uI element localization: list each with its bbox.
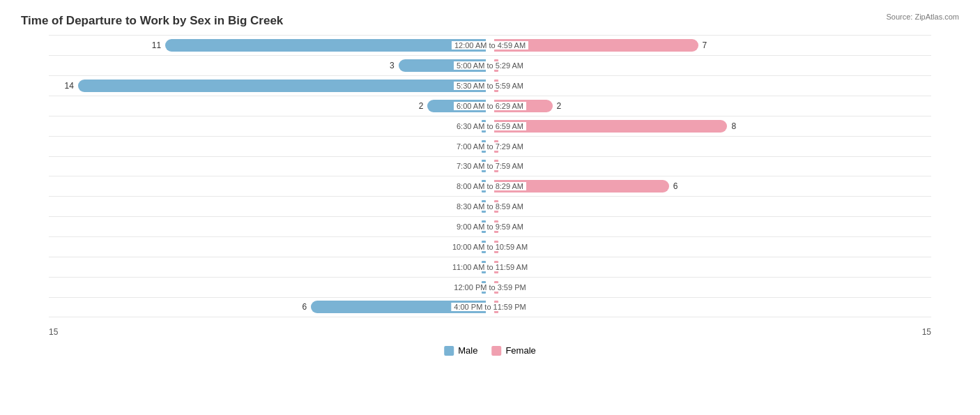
male-legend-label: Male bbox=[458, 345, 477, 356]
left-section: 0 bbox=[49, 261, 490, 273]
table-row: 1112:00 AM to 4:59 AM7 bbox=[49, 35, 931, 55]
table-row: 011:00 AM to 11:59 AM0 bbox=[49, 257, 931, 277]
right-section: 7 bbox=[490, 39, 931, 52]
female-value: 7 bbox=[703, 40, 707, 50]
female-bar bbox=[494, 281, 498, 294]
chart-legend: Male Female bbox=[444, 345, 536, 356]
right-section: 0 bbox=[490, 140, 931, 153]
female-bar bbox=[494, 39, 698, 52]
right-section: 0 bbox=[490, 59, 931, 72]
male-value: 3 bbox=[390, 61, 395, 70]
table-row: 08:30 AM to 8:59 AM0 bbox=[49, 196, 931, 216]
legend-female: Female bbox=[491, 345, 535, 356]
chart-title: Time of Departure to Work by Sex in Big … bbox=[21, 14, 959, 28]
left-section: 0 bbox=[49, 180, 490, 193]
right-section: 8 bbox=[490, 120, 931, 133]
table-row: 07:30 AM to 7:59 AM0 bbox=[49, 156, 931, 176]
male-bar bbox=[482, 180, 486, 193]
rows-wrapper: 1112:00 AM to 4:59 AM735:00 AM to 5:29 A… bbox=[49, 35, 931, 317]
female-bar bbox=[494, 220, 498, 233]
left-section: 0 bbox=[49, 140, 490, 153]
male-value: 14 bbox=[64, 81, 73, 91]
left-section: 0 bbox=[49, 200, 490, 213]
table-row: 012:00 PM to 3:59 PM0 bbox=[49, 277, 931, 297]
male-value: 11 bbox=[152, 40, 161, 50]
chart-container: Time of Departure to Work by Sex in Big … bbox=[0, 0, 980, 415]
left-section: 0 bbox=[49, 160, 490, 172]
female-bar bbox=[494, 160, 498, 172]
female-legend-label: Female bbox=[505, 345, 535, 356]
female-value: 6 bbox=[673, 181, 678, 191]
male-bar bbox=[78, 80, 486, 92]
right-section: 0 bbox=[490, 281, 931, 294]
axis-right-label: 15 bbox=[922, 327, 931, 337]
left-section: 0 bbox=[49, 281, 490, 294]
axis-left-label: 15 bbox=[49, 327, 58, 337]
male-value: 0 bbox=[473, 282, 477, 292]
male-bar bbox=[311, 301, 486, 313]
male-value: 0 bbox=[473, 262, 477, 272]
left-section: 11 bbox=[49, 39, 490, 52]
female-value: 0 bbox=[503, 282, 507, 292]
female-value: 0 bbox=[503, 202, 507, 211]
female-bar bbox=[494, 180, 669, 193]
left-section: 6 bbox=[49, 301, 490, 313]
female-value: 0 bbox=[503, 262, 507, 272]
male-value: 0 bbox=[473, 222, 477, 232]
female-bar bbox=[494, 80, 498, 92]
table-row: 010:00 AM to 10:59 AM0 bbox=[49, 236, 931, 257]
table-row: 64:00 PM to 11:59 PM0 bbox=[49, 297, 931, 317]
male-bar bbox=[165, 39, 486, 52]
male-value: 0 bbox=[473, 142, 477, 151]
female-value: 0 bbox=[503, 142, 507, 151]
male-bar bbox=[482, 220, 486, 233]
female-bar bbox=[494, 120, 727, 133]
female-value: 0 bbox=[503, 81, 507, 91]
female-value: 2 bbox=[557, 101, 562, 111]
right-section: 0 bbox=[490, 301, 931, 313]
female-bar bbox=[494, 100, 553, 112]
table-row: 06:30 AM to 6:59 AM8 bbox=[49, 116, 931, 136]
male-value: 2 bbox=[419, 101, 424, 111]
right-section: 0 bbox=[490, 200, 931, 213]
male-bar bbox=[482, 160, 486, 172]
left-section: 14 bbox=[49, 80, 490, 92]
female-bar bbox=[494, 261, 498, 273]
male-bar bbox=[482, 261, 486, 273]
male-bar bbox=[482, 120, 486, 133]
left-section: 2 bbox=[49, 100, 490, 112]
right-section: 0 bbox=[490, 80, 931, 92]
male-value: 0 bbox=[473, 202, 477, 211]
female-bar bbox=[494, 59, 498, 72]
right-section: 0 bbox=[490, 241, 931, 253]
female-value: 0 bbox=[503, 242, 507, 252]
left-section: 0 bbox=[49, 241, 490, 253]
male-value: 0 bbox=[473, 121, 477, 131]
female-swatch bbox=[491, 346, 501, 356]
female-bar bbox=[494, 301, 498, 313]
male-value: 6 bbox=[303, 302, 307, 312]
female-bar bbox=[494, 200, 498, 213]
left-section: 3 bbox=[49, 59, 490, 72]
male-bar bbox=[482, 140, 486, 153]
source-label: Source: ZipAtlas.com bbox=[886, 13, 959, 21]
female-bar bbox=[494, 140, 498, 153]
right-section: 0 bbox=[490, 160, 931, 172]
male-value: 0 bbox=[473, 242, 477, 252]
male-value: 0 bbox=[473, 161, 477, 171]
table-row: 08:00 AM to 8:29 AM6 bbox=[49, 176, 931, 196]
female-value: 8 bbox=[731, 121, 736, 131]
chart-area: 1112:00 AM to 4:59 AM735:00 AM to 5:29 A… bbox=[21, 35, 959, 359]
left-section: 0 bbox=[49, 220, 490, 233]
left-section: 0 bbox=[49, 120, 490, 133]
female-bar bbox=[494, 241, 498, 253]
right-section: 0 bbox=[490, 261, 931, 273]
table-row: 07:00 AM to 7:29 AM0 bbox=[49, 136, 931, 156]
table-row: 26:00 AM to 6:29 AM2 bbox=[49, 96, 931, 116]
table-row: 09:00 AM to 9:59 AM0 bbox=[49, 216, 931, 236]
right-section: 0 bbox=[490, 220, 931, 233]
female-value: 0 bbox=[503, 222, 507, 232]
male-bar bbox=[399, 59, 486, 72]
female-value: 0 bbox=[503, 161, 507, 171]
male-bar bbox=[482, 281, 486, 294]
